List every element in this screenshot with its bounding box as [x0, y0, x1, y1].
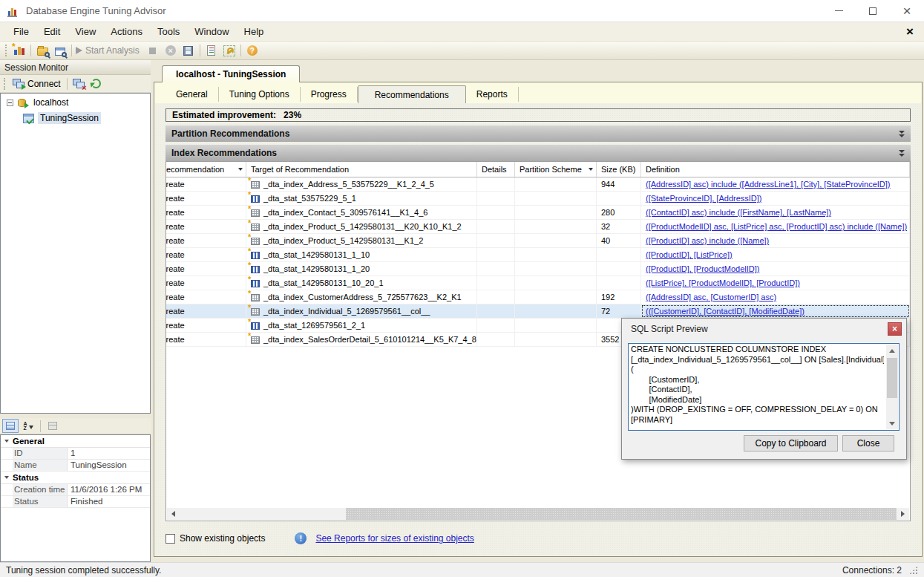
cell-details[interactable]	[477, 276, 515, 290]
cell-size[interactable]	[597, 276, 641, 290]
cell-target[interactable]: _dta_index_Individual_5_1269579561__col_…	[246, 304, 477, 318]
definition-link[interactable]: (([CustomerID], [ContactID], [ModifiedDa…	[646, 307, 805, 316]
start-analysis-button[interactable]: Start Analysis	[74, 42, 144, 59]
column-header-details[interactable]: Details	[477, 162, 515, 177]
cell-details[interactable]	[477, 234, 515, 247]
cell-partition-scheme[interactable]	[515, 220, 597, 233]
cell-definition[interactable]: (([CustomerID], [ContactID], [ModifiedDa…	[641, 304, 910, 318]
column-header-size[interactable]: Size (KB)	[597, 162, 641, 177]
open-session-button[interactable]	[33, 42, 51, 59]
scroll-down-button[interactable]	[886, 417, 898, 429]
cell-target[interactable]: _dta_stat_53575229_5_1	[246, 192, 477, 205]
cell-size[interactable]: 40	[597, 234, 641, 247]
tuning-options-button[interactable]	[220, 42, 238, 59]
table-row[interactable]: create _dta_index_Address_5_53575229__K1…	[166, 177, 910, 192]
property-row[interactable]: Creation time 11/6/2016 1:26 PM	[1, 484, 150, 496]
index-recommendations-header[interactable]: Index Recommendations	[166, 145, 911, 161]
server-label[interactable]: localhost	[31, 97, 71, 108]
tab[interactable]: Reports	[466, 87, 519, 102]
cell-recommendation[interactable]: create	[166, 177, 246, 191]
cell-recommendation[interactable]: create	[166, 262, 246, 276]
menu-item[interactable]: Help	[237, 23, 272, 40]
cell-target[interactable]: _dta_stat_1429580131_1_20	[246, 262, 477, 276]
tab[interactable]: Progress	[301, 87, 358, 102]
column-header-recommendation[interactable]: Recommendation	[166, 162, 246, 177]
minimize-button[interactable]	[822, 0, 856, 22]
definition-link[interactable]: ([StateProvinceID], [AddressID])	[646, 194, 762, 203]
cell-target[interactable]: _dta_stat_1429580131_10_20_1	[246, 276, 477, 290]
cell-details[interactable]	[477, 304, 515, 318]
definition-link[interactable]: ([ContactID] asc) include ([FirstName], …	[646, 208, 831, 217]
table-row[interactable]: create _dta_index_Product_5_1429580131__…	[166, 234, 910, 248]
cell-definition[interactable]: ([AddressID] asc, [CustomerID] asc)	[641, 290, 910, 304]
cell-definition[interactable]: ([ContactID] asc) include ([FirstName], …	[641, 206, 910, 219]
table-row[interactable]: create _dta_stat_1429580131_10_20_1 ([Li…	[166, 276, 910, 290]
close-dialog-button[interactable]: Close	[842, 435, 894, 452]
menu-item[interactable]: Edit	[36, 23, 68, 40]
cell-definition[interactable]: ([ListPrice], [ProductModelID], [Product…	[641, 276, 910, 290]
table-row[interactable]: create _dta_index_Product_5_1429580131__…	[166, 220, 910, 234]
cell-size[interactable]	[597, 262, 641, 276]
session-label[interactable]: TuningSession	[38, 112, 101, 124]
cell-definition[interactable]: ([ProductID], [ListPrice])	[641, 248, 910, 261]
cell-recommendation[interactable]: create	[166, 234, 246, 247]
maximize-button[interactable]	[856, 0, 890, 22]
dialog-close-button[interactable]	[888, 322, 902, 336]
alphabetical-sort-button[interactable]	[20, 419, 36, 433]
scroll-up-button[interactable]	[886, 345, 898, 356]
cell-target[interactable]: _dta_index_Address_5_53575229__K1_2_4_5	[246, 177, 477, 191]
cell-details[interactable]	[477, 290, 515, 304]
property-pages-button[interactable]	[45, 419, 61, 433]
cell-partition-scheme[interactable]	[515, 262, 597, 276]
cell-definition[interactable]: ([ProductID], [ProductModelID])	[641, 262, 910, 276]
scrollbar-thumb[interactable]	[180, 508, 346, 520]
table-row[interactable]: create _dta_index_CustomerAddress_5_7255…	[166, 290, 910, 304]
cell-target[interactable]: _dta_stat_1269579561_2_1	[246, 319, 477, 332]
cell-partition-scheme[interactable]	[515, 248, 597, 261]
cell-details[interactable]	[477, 220, 515, 233]
menu-item[interactable]: Actions	[103, 23, 150, 40]
refresh-button[interactable]	[88, 76, 105, 92]
cell-recommendation[interactable]: create	[166, 319, 246, 332]
sql-script-text[interactable]: CREATE NONCLUSTERED COLUMNSTORE INDEX [_…	[631, 345, 884, 429]
cell-partition-scheme[interactable]	[515, 192, 597, 205]
copy-to-clipboard-button[interactable]: Copy to Clipboard	[744, 435, 838, 452]
cancel-button[interactable]	[162, 42, 180, 59]
cell-details[interactable]	[477, 333, 515, 346]
close-button[interactable]	[890, 0, 924, 22]
cell-target[interactable]: _dta_index_Product_5_1429580131__K20_K10…	[246, 220, 477, 233]
definition-link[interactable]: ([ProductID], [ProductModelID])	[646, 264, 759, 273]
table-row[interactable]: create _dta_stat_1429580131_1_20 ([Produ…	[166, 262, 910, 276]
column-header-partition-scheme[interactable]: Partition Scheme	[515, 162, 597, 177]
cell-recommendation[interactable]: create	[166, 248, 246, 261]
cell-definition[interactable]: ([ProductModelID] asc, [ListPrice] asc, …	[641, 220, 910, 233]
cell-partition-scheme[interactable]	[515, 206, 597, 219]
scroll-left-button[interactable]	[167, 508, 180, 520]
definition-link[interactable]: ([ProductID], [ListPrice])	[646, 250, 733, 259]
definition-link[interactable]: ([ProductModelID] asc, [ListPrice] asc, …	[646, 222, 907, 231]
stop-analysis-button[interactable]	[144, 42, 162, 59]
scrollbar-thumb[interactable]	[887, 358, 897, 398]
document-close-icon[interactable]	[906, 25, 914, 39]
cell-definition[interactable]: ([ProductID] asc) include ([Name])	[641, 234, 910, 247]
import-workload-button[interactable]	[203, 42, 220, 59]
partition-recommendations-header[interactable]: Partition Recommendations	[166, 125, 911, 142]
cell-details[interactable]	[477, 177, 515, 191]
tree-node-server[interactable]: localhost	[1, 96, 150, 109]
open-workload-button[interactable]	[51, 42, 69, 59]
cell-recommendation[interactable]: create	[166, 304, 246, 318]
cell-size[interactable]	[597, 192, 641, 205]
cell-details[interactable]	[477, 319, 515, 332]
properties-category-general[interactable]: General	[1, 435, 150, 448]
cell-details[interactable]	[477, 192, 515, 205]
property-row[interactable]: Name TuningSession	[1, 460, 150, 472]
tree-node-session[interactable]: TuningSession	[19, 111, 150, 125]
menu-item[interactable]: Tools	[150, 23, 187, 40]
cell-size[interactable]: 280	[597, 206, 641, 219]
new-session-button[interactable]	[10, 42, 28, 59]
column-header-target[interactable]: Target of Recommendation	[246, 162, 477, 177]
double-chevron-icon[interactable]	[899, 150, 905, 157]
definition-link[interactable]: ([AddressID] asc) include ([AddressLine1…	[646, 180, 891, 189]
scroll-right-button[interactable]	[897, 508, 909, 520]
cell-target[interactable]: _dta_index_SalesOrderDetail_5_610101214_…	[246, 333, 477, 346]
